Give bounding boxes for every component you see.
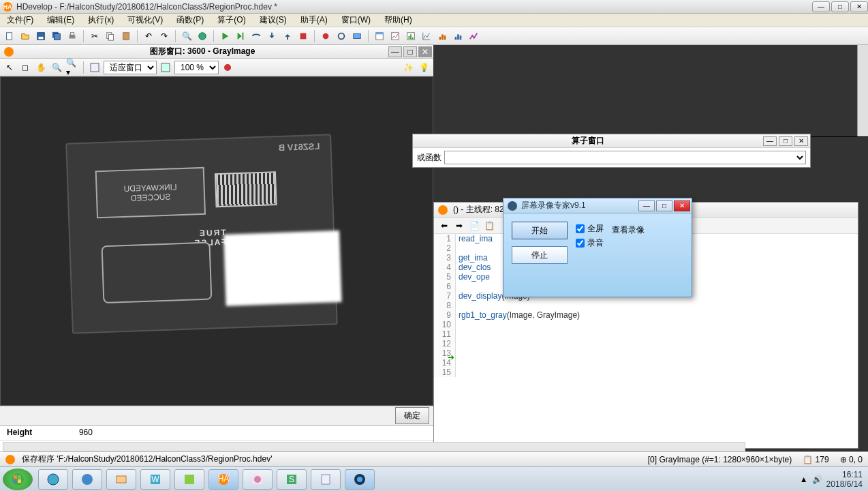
redo-icon[interactable]: ↷ [157, 29, 171, 43]
window1-icon[interactable] [373, 29, 386, 43]
menu-visualize[interactable]: 可视化(V) [123, 13, 167, 27]
stop-icon[interactable] [296, 29, 310, 43]
pointer-icon[interactable]: ↖ [3, 61, 16, 74]
tray-network-icon[interactable]: 🔊 [812, 475, 822, 484]
window2-icon[interactable] [388, 29, 402, 43]
ok-button[interactable]: 确定 [395, 407, 429, 424]
scrollbar[interactable] [857, 45, 868, 136]
system-tray[interactable]: ▲ 🔊 16:11 2018/6/14 [800, 470, 868, 489]
copy-icon[interactable] [104, 29, 117, 43]
start-button[interactable] [3, 468, 33, 490]
chart2-icon[interactable] [435, 29, 449, 43]
breakpoint-icon[interactable] [319, 29, 332, 43]
task-app2-icon[interactable]: S [277, 469, 307, 490]
hand-icon[interactable]: ✋ [34, 61, 48, 74]
menu-help[interactable]: 帮助(H) [380, 13, 416, 27]
cut-icon[interactable]: ✂ [88, 29, 102, 43]
menu-edit[interactable]: 编辑(E) [43, 13, 78, 27]
region-icon[interactable]: ◻ [18, 61, 32, 74]
menu-assistants[interactable]: 助手(A) [296, 13, 332, 27]
zoom-icon[interactable]: 🔍 [50, 61, 63, 74]
step-icon[interactable] [234, 29, 247, 43]
nav2-icon[interactable]: 📋 [483, 220, 495, 232]
horizontal-scrollbar[interactable] [3, 442, 745, 451]
svg-rect-12 [300, 33, 307, 39]
assist-icon[interactable] [350, 29, 364, 43]
chart1-icon[interactable] [420, 29, 433, 43]
menu-execute[interactable]: 执行(x) [84, 13, 118, 27]
run-icon[interactable] [218, 29, 232, 43]
svg-rect-25 [444, 35, 446, 40]
fit-select[interactable]: 适应窗口 [104, 61, 157, 74]
menu-window[interactable]: 窗口(W) [337, 13, 375, 27]
maximize-button[interactable]: □ [831, 1, 849, 12]
wand-icon[interactable]: ✨ [401, 61, 415, 74]
audio-checkbox[interactable]: 录音 [576, 237, 604, 249]
paste-icon[interactable] [119, 29, 133, 43]
menu-file[interactable]: 文件(F) [3, 13, 37, 27]
save-icon[interactable] [34, 29, 48, 43]
graphics-canvas[interactable]: LSZ61V B LINKWAYEDUSUCCEED TRUE FALSE [0, 76, 433, 406]
task-paint-icon[interactable] [243, 469, 273, 490]
task-hdevelop-icon[interactable]: HA [208, 469, 238, 490]
step-into-icon[interactable] [265, 29, 279, 43]
chart3-icon[interactable] [451, 29, 465, 43]
image-icon[interactable] [88, 61, 102, 74]
find-icon[interactable]: 🔍 [180, 29, 193, 43]
rec-close[interactable]: ✕ [674, 200, 690, 211]
rec-maximize[interactable]: □ [656, 200, 672, 211]
task-ie-icon[interactable] [38, 469, 68, 490]
open-icon[interactable] [18, 29, 32, 43]
svg-point-14 [339, 33, 345, 39]
back-icon[interactable]: ⬅ [438, 220, 450, 232]
menu-procedures[interactable]: 函数(P) [172, 13, 208, 27]
prop-value[interactable]: 960 [72, 426, 433, 441]
status-coords: ⊕ 0, 0 [840, 455, 863, 464]
new-icon[interactable] [3, 29, 16, 43]
view-recordings-link[interactable]: 查看录像 [612, 224, 645, 264]
graphics-close[interactable]: ✕ [418, 46, 432, 57]
nav1-icon[interactable]: 📄 [468, 220, 480, 232]
menu-suggestions[interactable]: 建议(S) [255, 13, 291, 27]
op-maximize[interactable]: □ [779, 136, 792, 146]
svg-rect-4 [55, 33, 61, 40]
color-icon[interactable] [221, 61, 234, 74]
rec-minimize[interactable]: — [638, 200, 655, 211]
stop-button[interactable]: 停止 [512, 246, 568, 264]
clock[interactable]: 16:11 2018/6/14 [826, 470, 863, 489]
op-close[interactable]: ✕ [794, 136, 808, 146]
forward-icon[interactable]: ➡ [453, 220, 465, 232]
zoom-select[interactable]: 100 % [174, 61, 219, 74]
task-explorer-icon[interactable] [106, 469, 136, 490]
close-button[interactable]: ✕ [850, 1, 868, 12]
watch-icon[interactable] [335, 29, 348, 43]
svg-text:W: W [151, 475, 159, 484]
graphics-maximize[interactable]: □ [403, 46, 417, 57]
task-media-icon[interactable] [72, 469, 102, 490]
start-button[interactable]: 开始 [512, 222, 568, 239]
window3-icon[interactable] [404, 29, 418, 43]
undo-icon[interactable]: ↶ [142, 29, 155, 43]
op-select[interactable] [444, 151, 806, 164]
task-recorder-icon[interactable] [345, 469, 375, 490]
task-app1-icon[interactable] [174, 469, 204, 490]
zoom-dropdown-icon[interactable]: 🔍▾ [65, 61, 79, 74]
task-wps-icon[interactable]: W [140, 469, 170, 490]
task-calc-icon[interactable] [311, 469, 341, 490]
svg-text:S: S [289, 475, 294, 484]
tray-flag-icon[interactable]: ▲ [800, 475, 808, 484]
menu-operators[interactable]: 算子(O) [213, 13, 249, 27]
graphics-minimize[interactable]: — [388, 46, 402, 57]
chart4-icon[interactable] [467, 29, 480, 43]
fullscreen-checkbox[interactable]: 全屏 [576, 223, 604, 235]
image2-icon[interactable] [159, 61, 172, 74]
op-minimize[interactable]: — [763, 136, 777, 146]
print-icon[interactable] [65, 29, 79, 43]
svg-rect-17 [376, 32, 384, 34]
world-icon[interactable] [196, 29, 209, 43]
step-out-icon[interactable] [281, 29, 294, 43]
step-over-icon[interactable] [249, 29, 263, 43]
saveall-icon[interactable] [50, 29, 63, 43]
bulb-icon[interactable]: 💡 [417, 61, 431, 74]
minimize-button[interactable]: — [812, 1, 830, 12]
